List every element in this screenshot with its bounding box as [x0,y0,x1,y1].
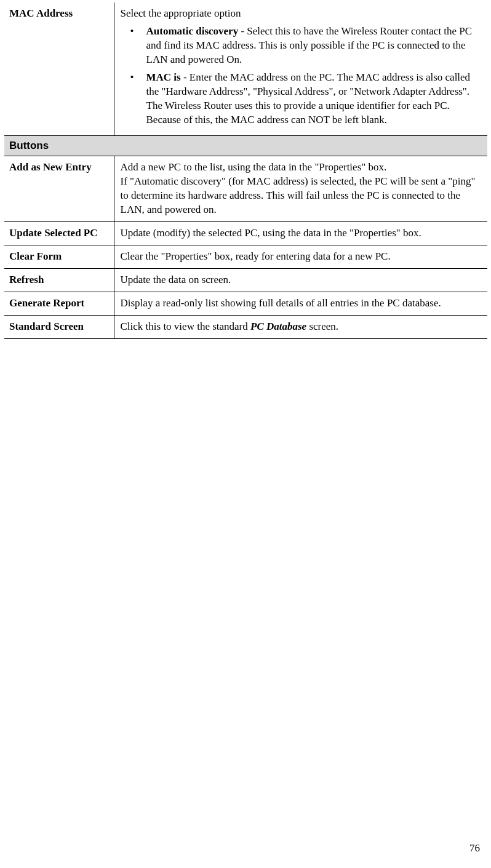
row-label: Generate Report [4,292,114,316]
table-row: Add as New Entry Add a new PC to the lis… [4,156,487,222]
desc-em: PC Database [250,321,306,332]
table-row: Refresh Update the data on screen. [4,269,487,292]
section-header-row: Buttons [4,135,487,156]
bullet-list: Automatic discovery - Select this to hav… [121,25,482,127]
row-desc: Display a read-only list showing full de… [114,292,487,316]
list-item: MAC is - Enter the MAC address on the PC… [121,71,482,127]
bullet-bold: Automatic discovery [146,25,239,37]
row-label: Refresh [4,269,114,292]
row-desc: Update the data on screen. [114,269,487,292]
section-header: Buttons [4,135,487,156]
desc-line: Add a new PC to the list, using the data… [121,161,482,175]
desc-pre: Click this to view the standard [121,321,251,332]
table-row: MAC Address Select the appropriate optio… [4,2,487,135]
page-number: 76 [469,842,480,856]
row-desc: Clear the "Properties" box, ready for en… [114,245,487,269]
row-desc: Select the appropriate option Automatic … [114,2,487,135]
row-label: Clear Form [4,245,114,269]
list-item: Automatic discovery - Select this to hav… [121,25,482,67]
page-content: MAC Address Select the appropriate optio… [0,0,491,341]
desc-post: screen. [306,321,338,332]
row-desc: Add a new PC to the list, using the data… [114,156,487,222]
row-desc: Click this to view the standard PC Datab… [114,315,487,338]
table-row: Generate Report Display a read-only list… [4,292,487,316]
row-label: MAC Address [4,2,114,135]
row-label: Add as New Entry [4,156,114,222]
row-label: Standard Screen [4,315,114,338]
bullet-bold: MAC is [146,71,181,83]
definitions-table: MAC Address Select the appropriate optio… [4,2,487,339]
intro-text: Select the appropriate option [121,7,482,21]
bullet-rest: - Enter the MAC address on the PC. The M… [146,71,471,125]
table-row: Update Selected PC Update (modify) the s… [4,222,487,245]
desc-line: If "Automatic discovery" (for MAC addres… [121,175,482,217]
table-row: Standard Screen Click this to view the s… [4,315,487,338]
table-row: Clear Form Clear the "Properties" box, r… [4,245,487,269]
row-desc: Update (modify) the selected PC, using t… [114,222,487,245]
row-label: Update Selected PC [4,222,114,245]
